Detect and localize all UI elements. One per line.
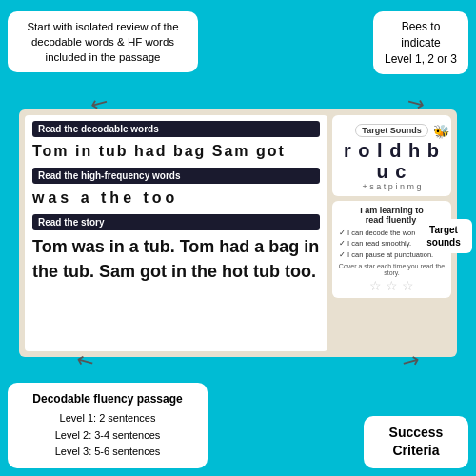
section3-header: Read the story [32,214,320,230]
stars-row: ☆ ☆ ☆ [337,278,446,293]
bees-line1: Bees to [402,20,441,33]
decodable-words: Tom in tub had bag Sam got [32,141,320,162]
top-left-annotation: Start with isolated review of the decoda… [8,11,198,72]
level2-text: Level 2: 3-4 sentences [17,427,198,445]
hf-words: was a the too [32,188,320,208]
target-sounds-label: Target Sounds [355,124,427,137]
top-right-annotation: Bees to indicate Level 1, 2 or 3 [373,11,468,74]
section2-header: Read the high-frequency words [32,168,320,184]
bee-icon: 🐝 [433,124,449,139]
card-left: Read the decodable words Tom in tub had … [25,115,327,351]
bees-line3: Level 1, 2 or 3 [385,52,457,66]
main-card: Read the decodable words Tom in tub had … [19,109,457,357]
story-text: Tom was in a tub. Tom had a bag in the t… [32,234,320,284]
decodable-passage-title: Decodable fluency passage [17,390,198,408]
section1-header: Read the decodable words [32,121,320,137]
star-1: ☆ [369,278,382,293]
bees-line2: indicate [401,36,440,50]
star-2: ☆ [386,278,398,293]
level3-text: Level 3: 5-6 sentences [17,444,198,461]
phonics-secondary: + s a t p i n m g [337,182,446,191]
target-sounds-annotation: Target sounds [415,219,472,253]
phonics-letters: r o l d h b u c [337,140,446,182]
level1-text: Level 1: 2 sentences [17,410,198,427]
top-left-text: Start with isolated review of the decoda… [27,21,178,63]
star-3: ☆ [402,278,414,293]
bottom-left-annotation: Decodable fluency passage Level 1: 2 sen… [8,383,208,468]
bottom-right-annotation: Success Criteria [364,416,468,468]
cover-star-text: Cover a star each time you read the stor… [337,263,446,276]
